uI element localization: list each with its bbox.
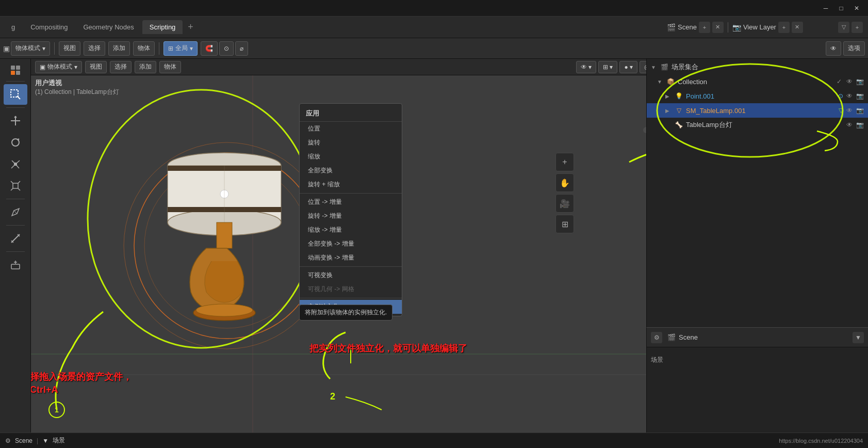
point001-cam-icon[interactable]: 📷 <box>856 92 864 100</box>
bottom-section-label: 场景 <box>53 436 65 445</box>
point001-actions: ⊙ 👁 📷 <box>838 92 864 100</box>
view-layer-label: View Layer <box>743 23 776 31</box>
sm-tablelamp-label: SM_TableLamp.001 <box>686 107 836 115</box>
proportional-connected[interactable]: ⌀ <box>235 41 248 56</box>
context-item-pos-delta[interactable]: 位置 -> 增量 <box>300 195 402 209</box>
tab-layout[interactable]: g <box>4 20 22 34</box>
context-menu: 应用 位置 旋转 缩放 全部变换 旋转 + 缩放 位置 -> 增量 旋转 -> … <box>299 103 402 316</box>
viewport-add-menu[interactable]: 添加 <box>135 61 156 73</box>
minimize-button[interactable]: ─ <box>818 3 833 14</box>
outliner-item-scene-collection[interactable]: ▼ 🎬 场景集合 <box>647 60 868 74</box>
view-menu[interactable]: 视图 <box>59 41 80 56</box>
prop-scene-row: 场景 <box>651 351 864 367</box>
svg-rect-0 <box>11 66 15 70</box>
select-menu[interactable]: 选择 <box>84 41 105 56</box>
outliner-item-tablelamp[interactable]: ▶ 🦴 TableLamp台灯 👁 📷 <box>647 118 868 132</box>
tool-mode-icon[interactable] <box>4 62 27 78</box>
zoom-in-button[interactable]: + <box>555 153 574 171</box>
outliner-content: ▼ 🎬 场景集合 ▼ 📦 Collection ✓ 👁 📷 ▶ 💡 Point.… <box>647 58 868 134</box>
viewport-object-menu[interactable]: 物体 <box>159 61 181 73</box>
tablelamp-eye-icon[interactable]: 👁 <box>845 121 854 129</box>
point001-icon: 💡 <box>675 92 683 100</box>
svg-rect-36 <box>217 222 232 248</box>
tool-rotate[interactable] <box>4 132 27 153</box>
tab-geometry-nodes[interactable]: Geometry Nodes <box>76 20 141 34</box>
context-item-anim-delta[interactable]: 动画变换 -> 增量 <box>300 251 402 265</box>
context-item-all-transform[interactable]: 全部变换 <box>300 164 402 178</box>
scene-add-button[interactable]: + <box>699 22 710 33</box>
collection-cam-icon[interactable]: 📷 <box>856 78 864 85</box>
filter-button[interactable]: ▽ <box>838 22 849 33</box>
svg-rect-4 <box>11 90 18 97</box>
titlebar-controls: ─ □ ✕ <box>818 3 868 14</box>
outliner-item-collection[interactable]: ▼ 📦 Collection ✓ 👁 📷 <box>647 74 868 89</box>
tool-transform[interactable] <box>4 175 27 196</box>
viewport-view-menu[interactable]: 视图 <box>85 61 107 73</box>
right-viewport-tools: + ✋ 🎥 ⊞ <box>555 153 574 233</box>
collection-label: Collection <box>678 78 832 86</box>
svg-rect-2 <box>11 71 15 75</box>
orbit-button[interactable]: 🎥 <box>555 194 574 213</box>
object-menu[interactable]: 物体 <box>133 41 155 56</box>
tablelamp-cam-icon[interactable]: 📷 <box>856 121 864 129</box>
viewport-overlay-btn[interactable]: ⊞ <box>555 215 574 233</box>
tool-annotate[interactable] <box>4 202 27 222</box>
close-button[interactable]: ✕ <box>849 3 864 14</box>
tab-add-button[interactable]: + <box>184 22 198 33</box>
proportional-edit[interactable]: ⊙ <box>219 41 234 56</box>
header-right: 🎬 Scene + ✕ 📷 View Layer + ✕ ▽ + <box>662 17 868 38</box>
tool-scale[interactable] <box>4 154 27 174</box>
orientation-icon: ⊞ <box>168 45 173 52</box>
outliner-item-point001[interactable]: ▶ 💡 Point.001 ⊙ 👁 📷 <box>647 89 868 103</box>
transform-orientation[interactable]: ⊞ 全局 ▾ <box>163 41 198 56</box>
overlay-toggle[interactable]: 👁 <box>826 41 841 56</box>
tool-measure[interactable] <box>4 228 27 249</box>
maximize-button[interactable]: □ <box>834 3 848 14</box>
context-item-rot-scale[interactable]: 旋转 + 缩放 <box>300 178 402 191</box>
view-layer-icon: 📷 <box>732 23 741 31</box>
outliner-item-sm-tablelamp[interactable]: ▶ ▽ SM_TableLamp.001 ▽ 👁 📷 <box>647 103 868 118</box>
properties-tools-toggle[interactable]: ⚙ <box>651 332 662 343</box>
context-item-scale[interactable]: 缩放 <box>300 150 402 164</box>
tool-add-object[interactable] <box>4 254 27 275</box>
context-item-visual-transform[interactable]: 可视变换 <box>300 268 402 282</box>
viewport-select-menu[interactable]: 选择 <box>110 61 132 73</box>
context-item-scale-delta[interactable]: 缩放 -> 增量 <box>300 223 402 237</box>
point001-eye-icon[interactable]: 👁 <box>845 92 854 100</box>
scene-label: Scene <box>678 23 697 31</box>
bottom-section-icon: ▼ <box>42 437 48 444</box>
sm-tablelamp-eye-icon[interactable]: 👁 <box>845 107 854 114</box>
header-add-icon[interactable]: + <box>851 22 863 33</box>
mode-selector[interactable]: 物体模式 ▾ <box>11 41 50 56</box>
viewport-icon: ▣ <box>40 63 45 71</box>
tab-scripting[interactable]: Scripting <box>142 20 183 34</box>
add-menu[interactable]: 添加 <box>108 41 130 56</box>
snap-magnet[interactable]: 🧲 <box>201 41 218 56</box>
pan-button[interactable]: ✋ <box>555 173 574 192</box>
svg-rect-11 <box>11 264 20 269</box>
collection-eye-icon[interactable]: 👁 <box>845 78 854 85</box>
view-layer-remove-button[interactable]: ✕ <box>792 22 803 33</box>
properties-expand-btn[interactable]: ▼ <box>853 332 864 343</box>
scene-collection-label: 场景集合 <box>672 62 864 72</box>
options-btn[interactable]: 选项 <box>843 41 865 56</box>
context-item-rotation[interactable]: 旋转 <box>300 136 402 150</box>
context-item-all-delta[interactable]: 全部变换 -> 增量 <box>300 237 402 251</box>
scene-collection-arrow: ▼ <box>651 65 657 70</box>
tool-move[interactable] <box>4 110 27 131</box>
scene-remove-button[interactable]: ✕ <box>712 22 724 33</box>
tablelamp-label: TableLamp台灯 <box>686 120 842 130</box>
tool-select-box[interactable] <box>4 84 27 105</box>
viewport-shading-menu[interactable]: ▣ 物体模式 ▾ <box>35 61 82 73</box>
mode-dropdown-arrow: ▾ <box>42 45 45 52</box>
view-layer-add-button[interactable]: + <box>778 22 790 33</box>
context-item-rot-delta[interactable]: 旋转 -> 增量 <box>300 209 402 223</box>
viewport-transform-toggle[interactable]: ⊞ ▾ <box>598 61 617 73</box>
sm-tablelamp-arrow: ▶ <box>665 108 672 114</box>
sm-tablelamp-cam-icon[interactable]: 📷 <box>856 107 864 114</box>
tab-compositing[interactable]: Compositing <box>23 20 75 34</box>
collection-check-icon: ✓ <box>835 78 843 85</box>
context-item-position[interactable]: 位置 <box>300 122 402 136</box>
viewport-shading-circle[interactable]: ● ▾ <box>619 61 637 73</box>
viewport-eye-toggle[interactable]: 👁 ▾ <box>576 61 596 73</box>
